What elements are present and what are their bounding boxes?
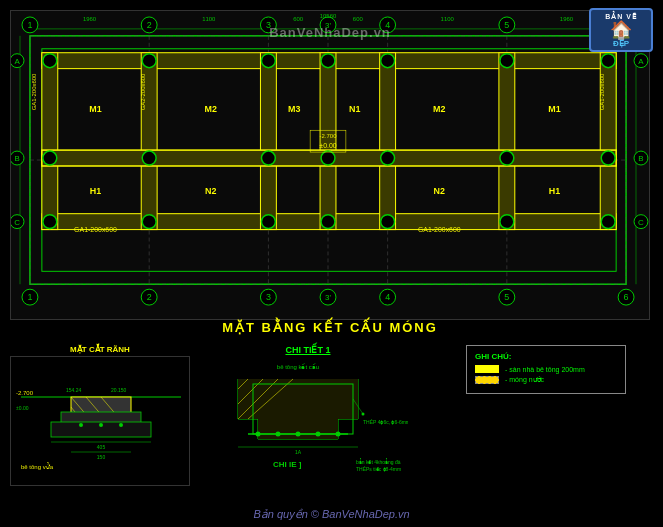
legend-color-2: [475, 376, 499, 384]
svg-text:2: 2: [147, 20, 152, 30]
svg-marker-133: [238, 379, 358, 439]
svg-text:B: B: [638, 154, 643, 163]
svg-text:±0.00: ±0.00: [319, 142, 336, 149]
bottom-watermark: Bản quyền © BanVeNhaDep.vn: [253, 508, 409, 521]
svg-point-30: [500, 54, 514, 68]
logo-box: BẢN VẼ 🏠 ĐẸP: [589, 8, 653, 52]
svg-point-31: [601, 54, 615, 68]
chi-tiet-svg: bê tông kết cấu THÉP 4ϕ6c, ϕ6-6mm 1A bản…: [198, 359, 408, 479]
svg-text:M2: M2: [205, 104, 217, 114]
legend-box: GHI CHÚ: - sàn nhà bê tông 200mm - móng …: [466, 345, 626, 394]
svg-text:N2: N2: [205, 186, 216, 196]
chi-tiet-label: CHI TIẾT 1: [285, 345, 330, 355]
legend-item-2: - móng nước: [475, 376, 617, 384]
svg-text:GA1-200x600: GA1-200x600: [74, 226, 117, 233]
svg-text:1: 1: [27, 20, 32, 30]
main-title: MẶT BẰNG KẾT CẤU MÓNG: [10, 320, 650, 335]
svg-text:150: 150: [97, 454, 106, 460]
bottom-section: MẶT CẮT RÃNH -2.700 ±: [10, 345, 650, 515]
svg-rect-22: [380, 53, 396, 230]
svg-text:H1: H1: [549, 186, 560, 196]
svg-text:600: 600: [293, 16, 304, 22]
legend-area: GHI CHÚ: - sàn nhà bê tông 200mm - móng …: [426, 345, 626, 515]
floor-plan-svg: 1 2 3 3' 4 5 6 1 2 3 3' 4 5: [11, 11, 649, 319]
svg-point-39: [43, 215, 57, 229]
main-title-section: MẶT BẰNG KẾT CẤU MÓNG: [10, 320, 650, 335]
svg-text:1A: 1A: [295, 449, 302, 455]
svg-point-25: [43, 54, 57, 68]
svg-text:A: A: [14, 57, 20, 66]
svg-point-41: [261, 215, 275, 229]
svg-text:bê tông kết cấu: bê tông kết cấu: [277, 363, 319, 370]
svg-text:±0.00: ±0.00: [16, 405, 29, 411]
svg-rect-17: [42, 53, 58, 230]
svg-text:1960: 1960: [83, 16, 97, 22]
svg-text:THÉP 4ϕ6c, ϕ6-6mm: THÉP 4ϕ6c, ϕ6-6mm: [363, 419, 408, 425]
svg-point-38: [601, 151, 615, 165]
svg-text:M1: M1: [548, 104, 560, 114]
svg-text:H1: H1: [90, 186, 101, 196]
svg-text:N1: N1: [349, 104, 360, 114]
svg-text:M3: M3: [288, 104, 300, 114]
svg-text:-2.700: -2.700: [16, 390, 34, 396]
main-container: BẢN VẼ 🏠 ĐẸP BanVeNhaDep.vn: [0, 0, 663, 527]
svg-text:bê tông vửa: bê tông vửa: [21, 462, 54, 470]
svg-text:A: A: [638, 57, 644, 66]
logo-dep: ĐẸP: [613, 39, 629, 48]
svg-point-44: [500, 215, 514, 229]
svg-point-32: [43, 151, 57, 165]
svg-text:GA1-200x600: GA1-200x600: [418, 226, 461, 233]
legend-label-1: - sàn nhà bê tông 200mm: [505, 366, 585, 373]
legend-item-1: - sàn nhà bê tông 200mm: [475, 365, 617, 373]
svg-text:4: 4: [385, 292, 390, 302]
svg-text:B: B: [14, 154, 19, 163]
svg-point-40: [142, 215, 156, 229]
svg-point-35: [321, 151, 335, 165]
svg-point-36: [381, 151, 395, 165]
svg-point-42: [321, 215, 335, 229]
svg-text:10560: 10560: [320, 13, 337, 19]
svg-text:CHI IE ]: CHI IE ]: [273, 460, 302, 469]
watermark-text: BanVeNhaDep.vn: [269, 25, 391, 40]
svg-text:405: 405: [97, 444, 106, 450]
svg-text:M1: M1: [89, 104, 101, 114]
svg-text:bản kết 4khoảng đà: bản kết 4khoảng đà: [356, 458, 401, 465]
svg-point-29: [381, 54, 395, 68]
svg-text:GA1-200x600: GA1-200x600: [599, 73, 605, 110]
svg-text:1100: 1100: [441, 16, 455, 22]
svg-text:2: 2: [147, 292, 152, 302]
svg-text:154.24: 154.24: [66, 387, 82, 393]
svg-text:C: C: [14, 218, 20, 227]
svg-text:1960: 1960: [560, 16, 574, 22]
svg-text:6: 6: [624, 292, 629, 302]
svg-text:5: 5: [504, 20, 509, 30]
svg-point-123: [79, 423, 83, 427]
svg-point-28: [321, 54, 335, 68]
svg-point-27: [261, 54, 275, 68]
svg-point-45: [601, 215, 615, 229]
svg-text:GA1-200x600: GA1-200x600: [31, 73, 37, 110]
legend-color-1: [475, 365, 499, 373]
svg-text:C: C: [638, 218, 644, 227]
svg-text:THÉPs tiếc ϕ8-4mm: THÉPs tiếc ϕ8-4mm: [356, 466, 401, 472]
svg-point-125: [119, 423, 123, 427]
svg-text:3: 3: [266, 292, 271, 302]
svg-point-37: [500, 151, 514, 165]
svg-text:3': 3': [325, 293, 331, 302]
svg-text:1100: 1100: [202, 16, 216, 22]
svg-text:M2: M2: [433, 104, 445, 114]
legend-label-2: - móng nước: [505, 376, 544, 384]
svg-point-124: [99, 423, 103, 427]
blueprint-area: BanVeNhaDep.vn: [10, 10, 650, 320]
svg-text:-2.700: -2.700: [320, 133, 338, 139]
svg-point-34: [261, 151, 275, 165]
detail-left-label: MẶT CẮT RÃNH: [10, 345, 190, 354]
svg-rect-20: [260, 53, 276, 230]
svg-text:5: 5: [504, 292, 509, 302]
mat-cat-svg: -2.700 ±0.00 405 150 bê tông vửa 154.24 …: [11, 357, 191, 487]
logo-area: BẢN VẼ 🏠 ĐẸP: [589, 8, 653, 52]
legend-title: GHI CHÚ:: [475, 352, 617, 361]
detail-left-drawing: -2.700 ±0.00 405 150 bê tông vửa 154.24 …: [10, 356, 190, 486]
detail-left: MẶT CẮT RÃNH -2.700 ±: [10, 345, 190, 515]
svg-text:1: 1: [27, 292, 32, 302]
